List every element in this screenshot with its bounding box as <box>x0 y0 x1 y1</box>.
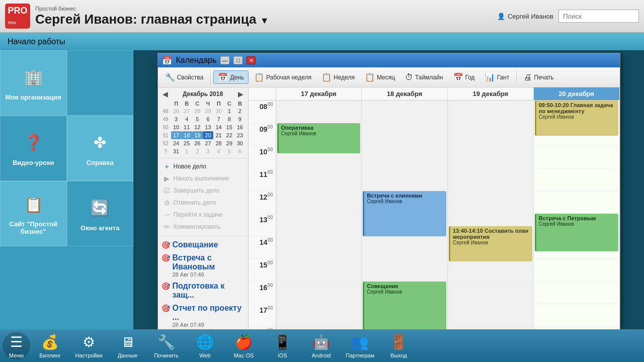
toolbar-month[interactable]: 📋 Месяц <box>360 70 399 84</box>
list-item[interactable]: 🎯 Совещание <box>160 239 246 251</box>
list-item[interactable]: 🎯 Встреча с Ивановым 28 Авг 07:46 <box>160 252 246 279</box>
cal-day[interactable]: 9 <box>234 115 245 123</box>
cal-day[interactable]: 16 <box>234 123 245 131</box>
cal-day[interactable]: 7 <box>213 115 224 123</box>
search-input[interactable] <box>558 10 639 23</box>
time-row[interactable] <box>534 146 619 168</box>
sidebar-tile-help[interactable]: ✤ Справка <box>67 116 134 181</box>
mini-cal-next[interactable]: ▶ <box>236 90 246 98</box>
time-row[interactable] <box>448 123 533 146</box>
event-plan[interactable]: 13:40-14:10 Составить план мероприятия С… <box>449 226 532 261</box>
bottom-partners-button[interactable]: 👥 Партнерам <box>341 331 379 361</box>
cal-day[interactable]: 15 <box>224 123 234 131</box>
toolbar-timeline[interactable]: ⏱ Таймлайн <box>400 71 447 84</box>
cal-day[interactable]: 29 <box>203 107 213 115</box>
cal-day[interactable]: 24 <box>171 139 182 147</box>
cal-day[interactable]: 3 <box>171 115 182 123</box>
time-row[interactable] <box>362 101 447 123</box>
maximize-button[interactable]: □ <box>233 56 243 64</box>
toolbar-work-week[interactable]: 📋 Рабочая неделя <box>250 70 316 84</box>
list-item[interactable]: 🎯 Отчет по проекту ... 28 Авг 07:49 <box>160 302 246 329</box>
cal-day-20[interactable]: 20 <box>203 131 213 139</box>
cal-day[interactable]: 25 <box>182 139 192 147</box>
cal-day[interactable]: 26 <box>192 139 203 147</box>
toolbar-year[interactable]: 📅 Год <box>449 70 479 84</box>
cal-day-19[interactable]: 19 <box>192 131 203 139</box>
cal-day[interactable]: 30 <box>234 139 245 147</box>
sidebar-tile-agent[interactable]: 🔄 Окно агента <box>67 181 134 246</box>
cal-day[interactable]: 4 <box>213 147 224 155</box>
time-row[interactable] <box>448 191 533 214</box>
toolbar-print[interactable]: 🖨 Печать <box>519 71 558 84</box>
time-row[interactable] <box>362 236 447 259</box>
time-row[interactable] <box>276 214 362 236</box>
cal-day[interactable]: 1 <box>182 147 192 155</box>
cal-day[interactable]: 14 <box>213 123 224 131</box>
time-row[interactable] <box>534 304 619 327</box>
toolbar-week[interactable]: 📋 Неделя <box>317 70 359 84</box>
bottom-android-button[interactable]: 🤖 Android <box>302 331 340 361</box>
toolbar-gantt[interactable]: 📊 Гант <box>480 70 514 84</box>
new-item-button[interactable]: + Новое дело <box>160 161 246 172</box>
time-row[interactable] <box>362 123 447 146</box>
bottom-fix-button[interactable]: 🔧 Починить <box>147 331 185 361</box>
cal-day[interactable]: 30 <box>213 107 224 115</box>
event-meeting-petrov[interactable]: Встреча с Петровым Сергей Иванов <box>535 214 618 251</box>
time-row[interactable] <box>276 168 362 191</box>
cal-day[interactable]: 1 <box>224 107 234 115</box>
cal-day[interactable]: 8 <box>224 115 234 123</box>
close-button[interactable]: ✕ <box>247 56 256 64</box>
cal-day[interactable]: 11 <box>182 123 192 131</box>
time-row[interactable] <box>362 146 447 168</box>
time-row[interactable] <box>448 168 533 191</box>
cal-day[interactable]: 12 <box>192 123 203 131</box>
bottom-macos-button[interactable]: 🍎 Mac OS <box>225 331 263 361</box>
time-row[interactable] <box>534 191 619 214</box>
cal-day[interactable]: 28 <box>213 139 224 147</box>
toolbar-day[interactable]: 📅 День <box>213 70 249 84</box>
cal-day[interactable]: 29 <box>224 139 234 147</box>
time-row[interactable] <box>448 327 533 329</box>
cal-day[interactable]: 3 <box>203 147 213 155</box>
cal-day-18[interactable]: 18 <box>182 131 192 139</box>
cal-day[interactable]: 10 <box>171 123 182 131</box>
cal-day[interactable]: 21 <box>213 131 224 139</box>
bottom-ios-button[interactable]: 📱 iOS <box>264 331 301 361</box>
time-row[interactable] <box>534 168 619 191</box>
mini-cal-prev[interactable]: ◀ <box>160 90 170 98</box>
toolbar-properties[interactable]: 🔧 Свойства <box>160 70 208 84</box>
cal-day[interactable]: 5 <box>224 147 234 155</box>
minimize-button[interactable]: — <box>220 56 229 64</box>
cal-day[interactable]: 27 <box>182 107 192 115</box>
cal-day[interactable]: 6 <box>203 115 213 123</box>
bottom-web-button[interactable]: 🌐 Web <box>186 331 224 361</box>
sidebar-tile-org[interactable]: 🏢 Моя организация <box>0 50 67 116</box>
time-row[interactable] <box>276 282 362 304</box>
bottom-settings-button[interactable]: ⚙ Настройки <box>70 331 108 361</box>
cal-day[interactable]: 2 <box>192 147 203 155</box>
time-row[interactable] <box>448 101 533 123</box>
cal-day[interactable]: 23 <box>234 131 245 139</box>
sidebar-tile-video[interactable]: ❓ Видео-уроки <box>0 116 67 181</box>
time-row[interactable] <box>276 101 362 123</box>
time-row[interactable] <box>362 168 447 191</box>
cal-day-17[interactable]: 17 <box>171 131 182 139</box>
time-row[interactable] <box>448 282 533 304</box>
cal-day[interactable]: 4 <box>182 115 192 123</box>
time-row[interactable] <box>276 236 362 259</box>
time-row[interactable] <box>448 259 533 282</box>
event-main-task[interactable]: 09:50-10:20 Главная задача по менеджмент… <box>535 101 618 136</box>
title-dropdown-arrow[interactable]: ▼ <box>260 16 269 26</box>
event-meeting-clients[interactable]: Встреча с клиенами Сергей Иванов <box>363 191 446 236</box>
time-row[interactable] <box>448 146 533 168</box>
cal-day[interactable]: 27 <box>203 139 213 147</box>
time-row[interactable] <box>534 259 619 282</box>
bottom-menu-button[interactable]: ☰ Меню <box>3 332 30 359</box>
time-row[interactable] <box>276 327 362 329</box>
time-row[interactable] <box>276 304 362 327</box>
cal-day[interactable]: 31 <box>171 147 182 155</box>
event-operativka[interactable]: Оперативка Сергей Иванов <box>277 123 361 153</box>
sidebar-tile-site[interactable]: 📋 Сайт "Простой бизнес" <box>0 181 67 246</box>
cal-day[interactable]: 6 <box>234 147 245 155</box>
cal-day[interactable]: 26 <box>171 107 182 115</box>
